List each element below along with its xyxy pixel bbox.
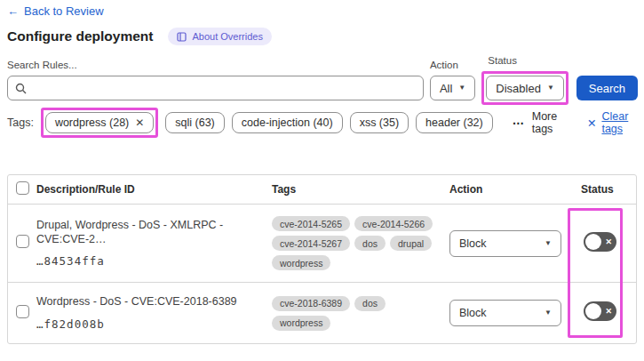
search-group: Search Rules... — [7, 60, 424, 100]
toggle-knob — [585, 303, 601, 319]
action-select-value: Block — [459, 307, 487, 319]
rule-tag-pill: cve-2014-5267 — [272, 236, 350, 251]
rule-tag-pill: wordpress — [272, 255, 330, 270]
remove-tag-icon[interactable]: ✕ — [135, 116, 144, 129]
back-to-review-link[interactable]: ← Back to Review — [7, 4, 104, 18]
book-icon — [177, 32, 187, 42]
tag-chip[interactable]: header (32) — [416, 112, 493, 133]
rule-tag-pill: cve-2014-5265 — [272, 216, 350, 231]
table-header-row: Description/Rule ID Tags Action Status — [8, 175, 636, 205]
search-rules-label: Search Rules... — [7, 60, 424, 70]
action-select[interactable]: Block ▼ — [449, 300, 561, 326]
rule-tag-pill: cve-2018-6389 — [272, 296, 350, 311]
status-dropdown[interactable]: Disabled ▼ — [486, 76, 564, 100]
action-select-value: Block — [459, 237, 487, 250]
row-checkbox[interactable] — [16, 235, 29, 248]
more-tags-button[interactable]: ⋯ More tags — [513, 110, 566, 135]
tag-chip[interactable]: code-injection (40) — [232, 112, 343, 133]
chevron-down-icon: ▼ — [458, 84, 465, 92]
tag-chip-list: sqli (63)code-injection (40)xss (35)head… — [165, 112, 492, 133]
rule-tag-pills: cve-2018-6389doswordpress — [272, 296, 442, 331]
selected-tag-label: wordpress (28) — [55, 116, 129, 129]
rule-id: …84534ffa — [36, 254, 259, 268]
action-dropdown-value: All — [440, 82, 452, 95]
rule-tag-pill: wordpress — [272, 316, 330, 331]
search-input[interactable] — [32, 82, 416, 95]
action-label: Action — [430, 60, 475, 70]
heading-row: Configure deployment About Overrides — [7, 28, 272, 45]
rule-tag-pill: cve-2014-5266 — [354, 216, 433, 231]
search-icon — [15, 83, 27, 94]
selected-tag-highlight-box: wordpress (28) ✕ — [41, 108, 158, 138]
column-header-action: Action — [449, 183, 574, 196]
back-link-label: Back to Review — [24, 4, 104, 18]
clear-x-icon: ✕ — [587, 116, 596, 130]
clear-tags-label: Clear tags — [601, 110, 638, 135]
about-overrides-label: About Overrides — [192, 31, 262, 42]
back-arrow-icon: ← — [7, 4, 19, 18]
selected-tag-chip[interactable]: wordpress (28) ✕ — [45, 112, 154, 133]
status-filter-group: Status Disabled ▼ — [481, 55, 568, 100]
action-filter-group: Action All ▼ — [430, 60, 475, 100]
action-dropdown[interactable]: All ▼ — [430, 76, 475, 100]
about-overrides-badge[interactable]: About Overrides — [168, 28, 271, 45]
status-toggle[interactable]: ✕ — [584, 232, 616, 252]
tags-label: Tags: — [7, 116, 34, 129]
toggle-knob — [585, 234, 601, 250]
tag-chip[interactable]: xss (35) — [350, 112, 409, 133]
rule-tag-pill: dos — [354, 236, 386, 251]
configure-deployment-page: ← Back to Review Configure deployment Ab… — [0, 0, 644, 361]
page-title: Configure deployment — [7, 28, 153, 44]
status-dropdown-highlight-box: Disabled ▼ — [481, 71, 568, 105]
column-header-status: Status — [574, 183, 636, 196]
rule-tag-pills: cve-2014-5265cve-2014-5266cve-2014-5267d… — [272, 216, 442, 270]
table-row: Drupal, Wordpress - DoS - XMLRPC - CVE:C… — [8, 205, 636, 283]
rule-id: …f82d008b — [36, 317, 259, 331]
row-checkbox[interactable] — [16, 305, 29, 318]
column-header-tags: Tags — [272, 183, 449, 196]
rule-tag-pill: drupal — [390, 236, 432, 251]
tags-row: Tags: wordpress (28) ✕ sqli (63)code-inj… — [7, 108, 638, 138]
column-header-description: Description/Rule ID — [36, 183, 272, 196]
rule-tag-pill: dos — [354, 296, 386, 311]
search-button[interactable]: Search — [576, 76, 638, 100]
tag-chip[interactable]: sqli (63) — [165, 112, 224, 133]
status-label: Status — [488, 55, 568, 66]
status-dropdown-value: Disabled — [496, 82, 541, 95]
action-select[interactable]: Block ▼ — [449, 230, 561, 257]
rules-table: Description/Rule ID Tags Action Status D… — [7, 174, 637, 344]
status-toggle[interactable]: ✕ — [584, 301, 616, 321]
search-input-container[interactable] — [7, 76, 424, 100]
toggle-off-x-icon: ✕ — [605, 237, 612, 245]
rule-description: Drupal, Wordpress - DoS - XMLRPC - CVE:C… — [36, 219, 259, 246]
chevron-down-icon: ▼ — [547, 84, 554, 92]
toggle-off-x-icon: ✕ — [605, 308, 612, 316]
select-all-checkbox[interactable] — [16, 181, 29, 195]
chevron-down-icon: ▼ — [545, 309, 552, 317]
rule-description: Wordpress - DoS - CVE:CVE-2018-6389 — [36, 295, 259, 309]
ellipsis-icon: ⋯ — [513, 116, 525, 130]
clear-tags-button[interactable]: ✕ Clear tags — [587, 110, 638, 135]
more-tags-label: More tags — [532, 110, 566, 135]
table-row: Wordpress - DoS - CVE:CVE-2018-6389 …f82… — [8, 283, 636, 343]
chevron-down-icon: ▼ — [545, 240, 552, 247]
filter-row: Search Rules... Action All ▼ Status Disa… — [7, 55, 638, 100]
